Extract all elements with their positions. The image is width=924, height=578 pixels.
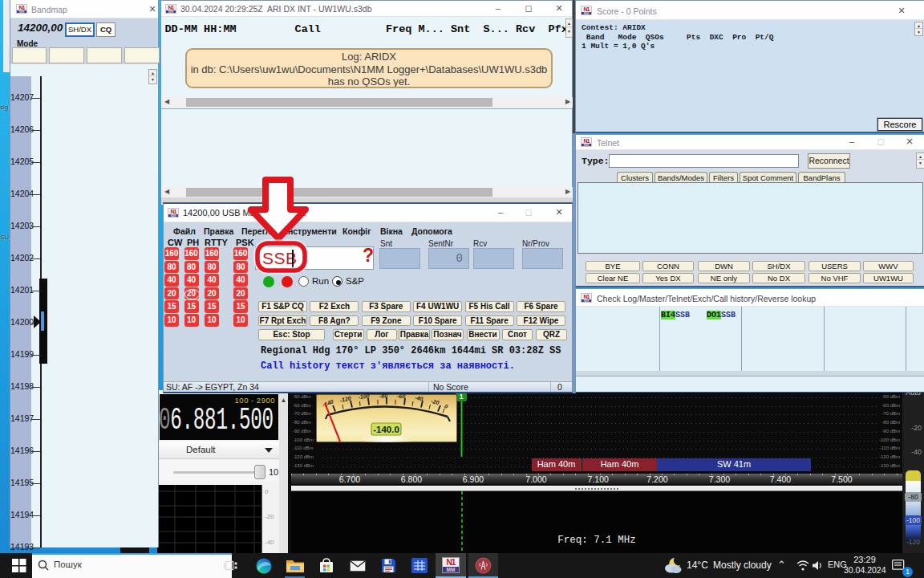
svg-text:-80: -80 bbox=[379, 394, 388, 399]
svg-text:-140.0: -140.0 bbox=[373, 425, 399, 434]
svg-text:-60: -60 bbox=[397, 394, 406, 399]
